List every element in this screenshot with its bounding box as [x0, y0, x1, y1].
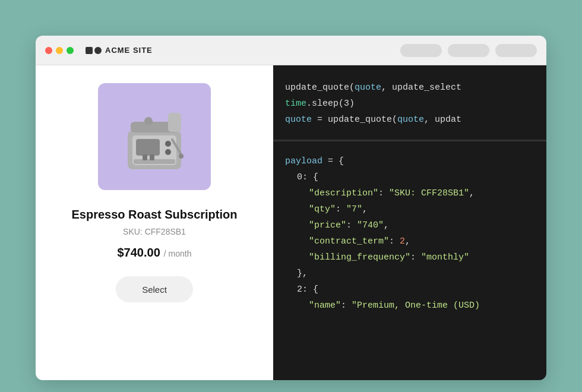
- content-area: Espresso Roast Subscription SKU: CFF28SB…: [36, 65, 546, 380]
- browser-topbar: ACME SITE: [36, 36, 546, 65]
- code-line-11: },: [285, 265, 534, 282]
- code-token: payload: [285, 156, 322, 166]
- code-token: quote: [397, 115, 424, 125]
- code-token: , update_select: [381, 83, 461, 93]
- code-line-8: "price": "740",: [285, 217, 534, 233]
- svg-rect-12: [150, 154, 154, 160]
- code-line-9: "contract_term": 2,: [285, 233, 534, 249]
- svg-rect-2: [136, 139, 160, 156]
- code-token: = {: [322, 156, 344, 166]
- sku-label: SKU:: [123, 227, 143, 236]
- code-token: "7": [346, 204, 362, 214]
- code-token: ,: [362, 204, 368, 214]
- code-token: "description": [309, 188, 378, 198]
- product-price-row: $740.00 / month: [118, 246, 192, 260]
- svg-rect-7: [134, 159, 175, 164]
- code-token: = update_quote(: [312, 115, 397, 125]
- logo-icon: [86, 47, 102, 54]
- code-token: "name": [309, 301, 341, 311]
- code-token: :: [341, 301, 352, 311]
- nav-pills: [400, 44, 537, 57]
- code-section-top: update_quote(quote, update_select time.s…: [273, 65, 546, 141]
- code-line-13: "name": "Premium, One-time (USD): [285, 298, 534, 314]
- code-token: "contract_term": [309, 236, 389, 246]
- product-price: $740.00: [118, 246, 160, 260]
- code-line-4: payload = {: [285, 153, 534, 169]
- code-token: "740": [357, 220, 384, 230]
- code-token: ,: [405, 236, 410, 246]
- code-token: "price": [309, 220, 346, 230]
- code-token: },: [297, 268, 308, 279]
- svg-point-4: [165, 149, 171, 155]
- code-token: "SKU: CFF28SB1": [389, 188, 469, 198]
- code-line-6: "description": "SKU: CFF28SB1",: [285, 185, 534, 201]
- code-token: , updat: [424, 115, 461, 125]
- code-token: 2: [400, 236, 405, 246]
- code-token: 2: {: [297, 284, 318, 295]
- code-token: :: [336, 204, 346, 214]
- code-line-3: quote = update_quote(quote, updat: [285, 112, 534, 128]
- dot-yellow[interactable]: [56, 47, 63, 54]
- code-token: ,: [469, 188, 475, 198]
- nav-pill-3[interactable]: [495, 44, 537, 57]
- code-token: :: [410, 252, 421, 263]
- code-token: :: [389, 236, 400, 246]
- code-token: "billing_frequency": [309, 252, 410, 263]
- product-image-container: [98, 83, 211, 190]
- browser-window: ACME SITE: [36, 36, 546, 380]
- product-name: Espresso Roast Subscription: [72, 207, 238, 222]
- code-token: ,: [384, 220, 389, 230]
- svg-rect-9: [168, 113, 181, 132]
- code-line-10: "billing_frequency": "monthly": [285, 249, 534, 265]
- code-token: :: [378, 188, 389, 198]
- code-token: update_quote(: [285, 83, 355, 93]
- svg-point-10: [144, 117, 153, 125]
- acme-logo: ACME SITE: [86, 46, 153, 55]
- code-line-5: 0: {: [285, 169, 534, 185]
- dot-green[interactable]: [67, 47, 74, 54]
- code-line-2: time.sleep(3): [285, 96, 534, 112]
- code-line-7: "qty": "7",: [285, 201, 534, 217]
- code-line-1: update_quote(quote, update_select: [285, 80, 534, 96]
- svg-rect-11: [143, 154, 147, 160]
- code-line-12: 2: {: [285, 282, 534, 298]
- code-panel: update_quote(quote, update_select time.s…: [273, 65, 546, 380]
- code-token: "Premium, One-time (USD): [352, 301, 480, 311]
- code-token: time: [285, 99, 306, 109]
- svg-point-6: [179, 154, 184, 159]
- product-image: [116, 95, 193, 178]
- code-token: :: [346, 220, 357, 230]
- code-token: 0: {: [297, 172, 318, 182]
- svg-point-3: [165, 141, 171, 147]
- product-panel: Espresso Roast Subscription SKU: CFF28SB…: [36, 65, 273, 380]
- logo-circle-icon: [94, 47, 102, 54]
- dot-red[interactable]: [45, 47, 52, 54]
- browser-dots: [45, 47, 74, 54]
- code-token: "monthly": [421, 252, 469, 263]
- logo-square-icon: [86, 47, 93, 54]
- product-sku: SKU: CFF28SB1: [123, 227, 186, 236]
- sku-value: CFF28SB1: [145, 227, 186, 236]
- select-button[interactable]: Select: [116, 276, 193, 302]
- nav-pill-2[interactable]: [448, 44, 489, 57]
- product-period: / month: [164, 249, 192, 258]
- code-token: quote: [285, 115, 312, 125]
- code-section-bottom: payload = { 0: { "description": "SKU: CF…: [273, 141, 546, 380]
- code-token: .sleep(3): [306, 99, 355, 109]
- code-token: quote: [355, 83, 381, 93]
- site-title: ACME SITE: [105, 46, 153, 55]
- nav-pill-1[interactable]: [400, 44, 442, 57]
- code-token: "qty": [309, 204, 336, 214]
